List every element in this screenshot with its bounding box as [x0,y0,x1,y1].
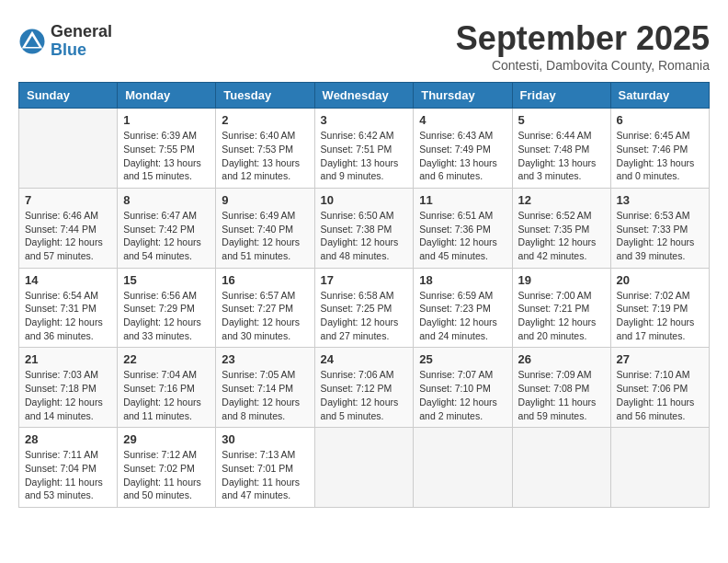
calendar-cell: 18Sunrise: 6:59 AMSunset: 7:23 PMDayligh… [414,268,512,348]
calendar-cell: 9Sunrise: 6:49 AMSunset: 7:40 PMDaylight… [216,188,314,268]
day-number: 20 [617,273,703,287]
day-info: Sunrise: 6:50 AMSunset: 7:38 PMDaylight:… [321,209,408,263]
day-info: Sunrise: 7:04 AMSunset: 7:16 PMDaylight:… [123,368,210,422]
calendar-cell [19,109,118,189]
day-info: Sunrise: 7:00 AMSunset: 7:21 PMDaylight:… [518,289,605,343]
page-header: General Blue September 2025 Contesti, Da… [18,18,710,73]
calendar-week-row: 14Sunrise: 6:54 AMSunset: 7:31 PMDayligh… [19,268,710,348]
day-number: 6 [617,113,703,127]
calendar-cell [314,428,414,508]
day-info: Sunrise: 7:12 AMSunset: 7:02 PMDaylight:… [123,448,210,502]
day-number: 5 [518,113,605,127]
calendar-cell: 7Sunrise: 6:46 AMSunset: 7:44 PMDaylight… [19,188,118,268]
day-number: 25 [419,352,506,366]
calendar-cell: 28Sunrise: 7:11 AMSunset: 7:04 PMDayligh… [19,428,118,508]
logo-icon [18,28,46,55]
day-info: Sunrise: 6:43 AMSunset: 7:49 PMDaylight:… [419,129,506,183]
day-info: Sunrise: 6:51 AMSunset: 7:36 PMDaylight:… [419,209,506,263]
calendar-cell: 19Sunrise: 7:00 AMSunset: 7:21 PMDayligh… [512,268,610,348]
day-info: Sunrise: 7:11 AMSunset: 7:04 PMDaylight:… [25,448,111,502]
calendar-cell: 12Sunrise: 6:52 AMSunset: 7:35 PMDayligh… [512,188,610,268]
month-title: September 2025 [456,18,710,58]
weekday-header-row: SundayMondayTuesdayWednesdayThursdayFrid… [19,83,710,109]
logo-blue: Blue [51,41,112,60]
calendar-cell: 3Sunrise: 6:42 AMSunset: 7:51 PMDaylight… [314,109,414,189]
weekday-header: Sunday [19,83,118,109]
day-info: Sunrise: 6:54 AMSunset: 7:31 PMDaylight:… [25,289,111,343]
calendar-cell: 22Sunrise: 7:04 AMSunset: 7:16 PMDayligh… [118,348,216,428]
day-info: Sunrise: 6:40 AMSunset: 7:53 PMDaylight:… [222,129,308,183]
day-info: Sunrise: 7:06 AMSunset: 7:12 PMDaylight:… [321,368,408,422]
day-info: Sunrise: 6:59 AMSunset: 7:23 PMDaylight:… [419,289,506,343]
day-number: 17 [321,273,408,287]
calendar-cell: 10Sunrise: 6:50 AMSunset: 7:38 PMDayligh… [314,188,414,268]
logo: General Blue [18,23,112,60]
title-block: September 2025 Contesti, Dambovita Count… [456,18,710,73]
weekday-header: Monday [118,83,216,109]
calendar-cell [512,428,610,508]
day-number: 30 [222,432,308,446]
day-number: 21 [25,352,111,366]
calendar-cell: 30Sunrise: 7:13 AMSunset: 7:01 PMDayligh… [216,428,314,508]
calendar-cell: 25Sunrise: 7:07 AMSunset: 7:10 PMDayligh… [414,348,512,428]
day-number: 7 [25,193,111,207]
day-info: Sunrise: 7:09 AMSunset: 7:08 PMDaylight:… [518,368,605,422]
day-info: Sunrise: 7:13 AMSunset: 7:01 PMDaylight:… [222,448,308,502]
day-info: Sunrise: 6:56 AMSunset: 7:29 PMDaylight:… [123,289,210,343]
day-number: 13 [617,193,703,207]
day-number: 9 [222,193,308,207]
calendar-week-row: 28Sunrise: 7:11 AMSunset: 7:04 PMDayligh… [19,428,710,508]
day-number: 2 [222,113,308,127]
calendar-cell: 14Sunrise: 6:54 AMSunset: 7:31 PMDayligh… [19,268,118,348]
calendar-cell: 1Sunrise: 6:39 AMSunset: 7:55 PMDaylight… [118,109,216,189]
day-info: Sunrise: 6:53 AMSunset: 7:33 PMDaylight:… [617,209,703,263]
calendar-cell: 24Sunrise: 7:06 AMSunset: 7:12 PMDayligh… [314,348,414,428]
calendar-cell: 29Sunrise: 7:12 AMSunset: 7:02 PMDayligh… [118,428,216,508]
day-number: 1 [123,113,210,127]
day-number: 11 [419,193,506,207]
day-info: Sunrise: 6:57 AMSunset: 7:27 PMDaylight:… [222,289,308,343]
day-info: Sunrise: 6:46 AMSunset: 7:44 PMDaylight:… [25,209,111,263]
weekday-header: Friday [512,83,610,109]
day-info: Sunrise: 6:52 AMSunset: 7:35 PMDaylight:… [518,209,605,263]
day-info: Sunrise: 6:47 AMSunset: 7:42 PMDaylight:… [123,209,210,263]
logo-general: General [51,23,112,41]
day-number: 3 [321,113,408,127]
weekday-header: Wednesday [314,83,414,109]
day-info: Sunrise: 6:44 AMSunset: 7:48 PMDaylight:… [518,129,605,183]
calendar-cell: 23Sunrise: 7:05 AMSunset: 7:14 PMDayligh… [216,348,314,428]
day-number: 8 [123,193,210,207]
day-info: Sunrise: 6:58 AMSunset: 7:25 PMDaylight:… [321,289,408,343]
day-number: 23 [222,352,308,366]
calendar-week-row: 1Sunrise: 6:39 AMSunset: 7:55 PMDaylight… [19,109,710,189]
day-number: 12 [518,193,605,207]
day-info: Sunrise: 6:45 AMSunset: 7:46 PMDaylight:… [617,129,703,183]
calendar-cell: 21Sunrise: 7:03 AMSunset: 7:18 PMDayligh… [19,348,118,428]
day-number: 19 [518,273,605,287]
weekday-header: Saturday [610,83,709,109]
calendar-cell: 26Sunrise: 7:09 AMSunset: 7:08 PMDayligh… [512,348,610,428]
day-info: Sunrise: 7:03 AMSunset: 7:18 PMDaylight:… [25,368,111,422]
calendar-cell: 2Sunrise: 6:40 AMSunset: 7:53 PMDaylight… [216,109,314,189]
calendar-cell [414,428,512,508]
day-number: 26 [518,352,605,366]
day-number: 4 [419,113,506,127]
calendar-table: SundayMondayTuesdayWednesdayThursdayFrid… [18,82,710,508]
day-info: Sunrise: 7:02 AMSunset: 7:19 PMDaylight:… [617,289,703,343]
weekday-header: Thursday [414,83,512,109]
day-number: 18 [419,273,506,287]
day-number: 16 [222,273,308,287]
day-info: Sunrise: 6:42 AMSunset: 7:51 PMDaylight:… [321,129,408,183]
calendar-cell: 20Sunrise: 7:02 AMSunset: 7:19 PMDayligh… [610,268,709,348]
calendar-week-row: 7Sunrise: 6:46 AMSunset: 7:44 PMDaylight… [19,188,710,268]
calendar-cell: 17Sunrise: 6:58 AMSunset: 7:25 PMDayligh… [314,268,414,348]
calendar-cell: 27Sunrise: 7:10 AMSunset: 7:06 PMDayligh… [610,348,709,428]
calendar-cell: 6Sunrise: 6:45 AMSunset: 7:46 PMDaylight… [610,109,709,189]
day-number: 10 [321,193,408,207]
day-info: Sunrise: 7:10 AMSunset: 7:06 PMDaylight:… [617,368,703,422]
day-info: Sunrise: 6:39 AMSunset: 7:55 PMDaylight:… [123,129,210,183]
day-info: Sunrise: 7:05 AMSunset: 7:14 PMDaylight:… [222,368,308,422]
day-number: 22 [123,352,210,366]
day-number: 27 [617,352,703,366]
day-number: 15 [123,273,210,287]
